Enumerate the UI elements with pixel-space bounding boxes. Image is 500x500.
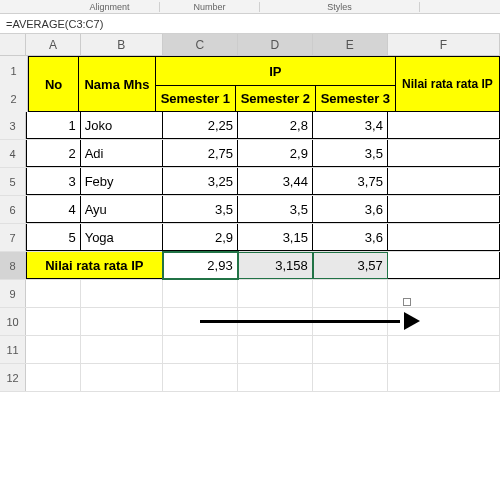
cell-s3[interactable]: 3,6: [313, 196, 388, 223]
table-row: 3 1 Joko 2,25 2,8 3,4: [0, 112, 500, 140]
row-header-12[interactable]: 12: [0, 364, 26, 391]
table-row: 12: [0, 364, 500, 392]
column-headers: A B C D E F: [0, 34, 500, 56]
cell[interactable]: [26, 364, 81, 391]
cell-nama[interactable]: Joko: [81, 112, 163, 139]
row-header-1[interactable]: 1: [0, 56, 28, 86]
cell-f[interactable]: [388, 112, 500, 139]
col-header-d[interactable]: D: [238, 34, 313, 55]
cell-s2[interactable]: 3,5: [238, 196, 313, 223]
ribbon: Alignment Number Styles: [0, 0, 500, 14]
cell-s3[interactable]: 3,5: [313, 140, 388, 167]
cell-no[interactable]: 2: [26, 140, 81, 167]
cell-s1[interactable]: 3,25: [163, 168, 238, 195]
formula-text: =AVERAGE(C3:C7): [6, 18, 103, 30]
cell-s1[interactable]: 2,25: [163, 112, 238, 139]
cell[interactable]: [313, 280, 388, 307]
footer-row: 8 Nilai rata rata IP 2,93 3,158 3,57: [0, 252, 500, 280]
table-row: 6 4 Ayu 3,5 3,5 3,6: [0, 196, 500, 224]
footer-s1[interactable]: 2,93: [163, 252, 238, 279]
cell-nama[interactable]: Feby: [81, 168, 163, 195]
cell-s2[interactable]: 2,9: [238, 140, 313, 167]
cell-s2[interactable]: 3,44: [238, 168, 313, 195]
cell[interactable]: [81, 364, 163, 391]
row-header-10[interactable]: 10: [0, 308, 26, 335]
cell[interactable]: [81, 280, 163, 307]
cell[interactable]: [163, 364, 238, 391]
header-sem2[interactable]: Semester 2: [236, 86, 316, 112]
header-nilai[interactable]: Nilai rata rata IP: [396, 56, 500, 112]
cell-nama[interactable]: Ayu: [81, 196, 163, 223]
cell-no[interactable]: 4: [26, 196, 81, 223]
row-header-3[interactable]: 3: [0, 112, 26, 139]
cell[interactable]: [238, 336, 313, 363]
footer-s2[interactable]: 3,158: [238, 252, 313, 279]
header-no[interactable]: No: [28, 56, 79, 112]
cell-f[interactable]: [388, 140, 500, 167]
cell[interactable]: [81, 336, 163, 363]
cell-f[interactable]: [388, 252, 500, 279]
cell[interactable]: [163, 280, 238, 307]
cell-s3[interactable]: 3,6: [313, 224, 388, 251]
row-header-4[interactable]: 4: [0, 140, 26, 167]
cell-no[interactable]: 3: [26, 168, 81, 195]
cell-no[interactable]: 1: [26, 112, 81, 139]
cell[interactable]: [313, 364, 388, 391]
cell-f[interactable]: [388, 196, 500, 223]
cell-s3[interactable]: 3,75: [313, 168, 388, 195]
cell[interactable]: [238, 280, 313, 307]
select-all-corner[interactable]: [0, 34, 26, 55]
row-header-5[interactable]: 5: [0, 168, 26, 195]
row-header-7[interactable]: 7: [0, 224, 26, 251]
cell-nama[interactable]: Adi: [81, 140, 163, 167]
cell[interactable]: [388, 336, 500, 363]
row-header-11[interactable]: 11: [0, 336, 26, 363]
row-header-2[interactable]: 2: [0, 86, 28, 112]
formula-bar[interactable]: =AVERAGE(C3:C7): [0, 14, 500, 34]
ribbon-group-number[interactable]: Number: [160, 2, 260, 12]
spreadsheet[interactable]: A B C D E F 1 2 No Nama Mhs IP Semester …: [0, 34, 500, 392]
cell[interactable]: [81, 308, 163, 335]
footer-s3[interactable]: 3,57: [313, 252, 388, 279]
cell[interactable]: [388, 364, 500, 391]
cell-s2[interactable]: 3,15: [238, 224, 313, 251]
header-nama[interactable]: Nama Mhs: [79, 56, 156, 112]
footer-label[interactable]: Nilai rata rata IP: [26, 252, 163, 279]
cell-s1[interactable]: 2,75: [163, 140, 238, 167]
cell-f[interactable]: [388, 168, 500, 195]
cell-nama[interactable]: Yoga: [81, 224, 163, 251]
header-sem3[interactable]: Semester 3: [316, 86, 396, 112]
ribbon-group-styles[interactable]: Styles: [260, 2, 420, 12]
table-row: 9: [0, 280, 500, 308]
col-header-f[interactable]: F: [388, 34, 500, 55]
header-ip[interactable]: IP: [156, 56, 396, 86]
cell-s1[interactable]: 2,9: [163, 224, 238, 251]
cell-s1[interactable]: 3,5: [163, 196, 238, 223]
table-row: 7 5 Yoga 2,9 3,15 3,6: [0, 224, 500, 252]
cell[interactable]: [26, 280, 81, 307]
ribbon-group-alignment[interactable]: Alignment: [60, 2, 160, 12]
cell-s3[interactable]: 3,4: [313, 112, 388, 139]
cell[interactable]: [238, 364, 313, 391]
col-header-c[interactable]: C: [163, 34, 238, 55]
table-row: 5 3 Feby 3,25 3,44 3,75: [0, 168, 500, 196]
col-header-b[interactable]: B: [81, 34, 163, 55]
header-row-merged: 1 2 No Nama Mhs IP Semester 1 Semester 2…: [0, 56, 500, 112]
cell[interactable]: [26, 336, 81, 363]
table-row: 4 2 Adi 2,75 2,9 3,5: [0, 140, 500, 168]
arrow-right-icon: [200, 312, 420, 330]
row-header-6[interactable]: 6: [0, 196, 26, 223]
cell[interactable]: [163, 336, 238, 363]
col-header-a[interactable]: A: [26, 34, 80, 55]
cell-no[interactable]: 5: [26, 224, 81, 251]
row-header-9[interactable]: 9: [0, 280, 26, 307]
row-header-8[interactable]: 8: [0, 252, 26, 279]
cell[interactable]: [26, 308, 81, 335]
header-sem1[interactable]: Semester 1: [156, 86, 236, 112]
table-row: 11: [0, 336, 500, 364]
fill-handle-icon[interactable]: [403, 298, 411, 306]
cell[interactable]: [313, 336, 388, 363]
cell-f[interactable]: [388, 224, 500, 251]
cell-s2[interactable]: 2,8: [238, 112, 313, 139]
col-header-e[interactable]: E: [313, 34, 388, 55]
